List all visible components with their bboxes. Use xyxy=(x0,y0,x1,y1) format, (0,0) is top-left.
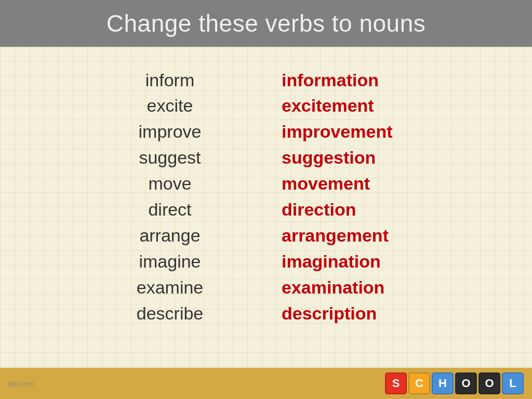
noun-cell: direction xyxy=(282,198,443,222)
verb-cell: move xyxy=(89,172,250,196)
footer: fppt.com S C H O O L xyxy=(0,368,532,399)
noun-cell: movement xyxy=(282,172,443,196)
content-area: informinformationexciteexcitementimprove… xyxy=(0,47,532,368)
verb-cell: inform xyxy=(89,69,250,92)
slide-title: Change these verbs to nouns xyxy=(107,10,425,37)
school-logo: S C H O O L xyxy=(385,373,524,394)
school-block-l: L xyxy=(502,373,524,394)
verb-cell: imagine xyxy=(89,250,250,274)
school-block-o1: O xyxy=(455,373,477,394)
word-table: informinformationexciteexcitementimprove… xyxy=(89,69,443,326)
noun-cell: suggestion xyxy=(282,146,443,170)
header: Change these verbs to nouns xyxy=(0,0,532,47)
verb-cell: suggest xyxy=(89,146,250,170)
noun-cell: information xyxy=(282,69,443,92)
verb-cell: examine xyxy=(89,276,250,300)
watermark: fppt.com xyxy=(8,380,34,388)
noun-cell: improvement xyxy=(282,120,443,144)
verb-cell: improve xyxy=(89,120,250,144)
noun-cell: excitement xyxy=(282,94,443,118)
verb-cell: excite xyxy=(89,94,250,118)
verb-cell: direct xyxy=(89,198,250,222)
slide: Change these verbs to nouns informinform… xyxy=(0,0,532,399)
school-block-o2: O xyxy=(478,373,500,394)
noun-cell: arrangement xyxy=(282,224,443,248)
noun-cell: description xyxy=(282,302,443,326)
school-block-h: H xyxy=(432,373,454,394)
school-block-s: S xyxy=(385,373,407,394)
noun-cell: imagination xyxy=(282,250,443,274)
school-block-c: C xyxy=(408,373,430,394)
noun-cell: examination xyxy=(282,276,443,300)
verb-cell: describe xyxy=(89,302,250,326)
verb-cell: arrange xyxy=(89,224,250,248)
